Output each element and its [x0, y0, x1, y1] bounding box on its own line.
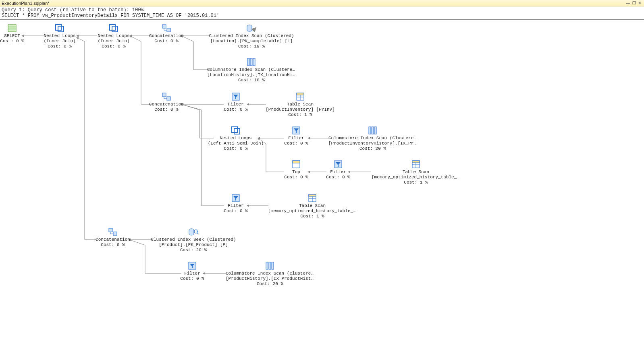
svg-rect-39	[113, 232, 117, 236]
op-filter-5[interactable]: Filter Cost: 0 %	[148, 261, 237, 281]
op-table-scan-memopt-2[interactable]: Table Scan [memory_optimized_history_tab…	[268, 194, 357, 219]
op-table-scan-memopt-1[interactable]: Table Scan [memory_optimized_history_tab…	[372, 160, 460, 185]
op-columnstore-scan-locationhistory[interactable]: Columnstore Index Scan (Clustered) [Loca…	[207, 58, 296, 83]
svg-rect-45	[269, 262, 271, 269]
svg-rect-38	[109, 228, 112, 232]
svg-rect-0	[8, 25, 16, 32]
svg-rect-25	[374, 127, 376, 134]
table-scan-icon	[372, 160, 460, 169]
concatenation-icon	[122, 24, 211, 33]
restore-icon[interactable]: ❐	[631, 1, 637, 5]
svg-rect-13	[162, 93, 166, 97]
minimize-icon[interactable]: —	[625, 1, 631, 5]
svg-point-41	[194, 230, 197, 233]
svg-rect-30	[412, 161, 420, 163]
filter-icon	[252, 126, 341, 135]
op-columnstore-scan-producthistory[interactable]: Columnstore Index Scan (Clustered) [Prod…	[226, 261, 314, 287]
svg-rect-12	[253, 58, 255, 66]
svg-rect-8	[167, 28, 170, 32]
columnstore-scan-icon	[226, 261, 314, 270]
op-table-scan-productinventory[interactable]: Table Scan [ProductInventory] [PrInv] Co…	[256, 92, 345, 118]
filter-icon	[148, 261, 237, 270]
op-concatenation-1[interactable]: Concatenation Cost: 0 %	[122, 24, 211, 44]
svg-rect-7	[162, 25, 166, 28]
table-scan-icon	[256, 92, 345, 101]
concatenation-icon	[69, 227, 157, 236]
svg-line-42	[197, 233, 198, 234]
table-scan-icon	[268, 194, 357, 203]
columnstore-scan-icon	[328, 126, 417, 135]
clustered-index-seek-icon	[149, 227, 238, 236]
svg-rect-35	[309, 194, 316, 196]
op-clustered-index-scan-location[interactable]: Clustered Index Scan (Clustered) [Locati…	[207, 24, 296, 49]
columnstore-scan-icon	[207, 58, 296, 66]
filter-icon	[191, 194, 280, 203]
svg-rect-11	[250, 58, 252, 66]
op-columnstore-scan-productinventoryhistory[interactable]: Columnstore Index Scan (Clustered) [Prod…	[328, 126, 417, 151]
op-filter-3[interactable]: Filter Cost: 0 %	[294, 160, 382, 180]
svg-rect-14	[167, 97, 170, 100]
title-bar: ExecutionPlan1.sqlplan* — ❐ ✕	[0, 0, 644, 6]
svg-rect-24	[372, 127, 374, 134]
filter-icon	[294, 160, 382, 169]
svg-rect-44	[266, 262, 268, 269]
close-icon[interactable]: ✕	[637, 1, 642, 5]
svg-rect-46	[272, 262, 274, 269]
op-filter-2[interactable]: Filter Cost: 0 %	[252, 126, 341, 146]
execution-plan-canvas[interactable]: SELECT Cost: 0 % Nested Loops (Inner Joi…	[0, 20, 644, 338]
query-cost-header: Query 1: Query cost (relative to the bat…	[0, 6, 644, 13]
op-filter-4[interactable]: Filter Cost: 0 %	[191, 194, 280, 214]
op-concatenation-3[interactable]: Concatenation Cost: 0 %	[69, 227, 157, 248]
svg-rect-10	[247, 58, 249, 66]
op-clustered-index-seek-product[interactable]: Clustered Index Seek (Clustered) [Produc…	[149, 227, 238, 253]
query-sql-text: SELECT * FROM vw_ProductInventoryDetails…	[0, 13, 644, 20]
window-title: ExecutionPlan1.sqlplan*	[2, 1, 625, 6]
svg-rect-23	[369, 127, 371, 134]
svg-rect-17	[297, 93, 304, 95]
clustered-index-scan-icon	[207, 24, 296, 33]
